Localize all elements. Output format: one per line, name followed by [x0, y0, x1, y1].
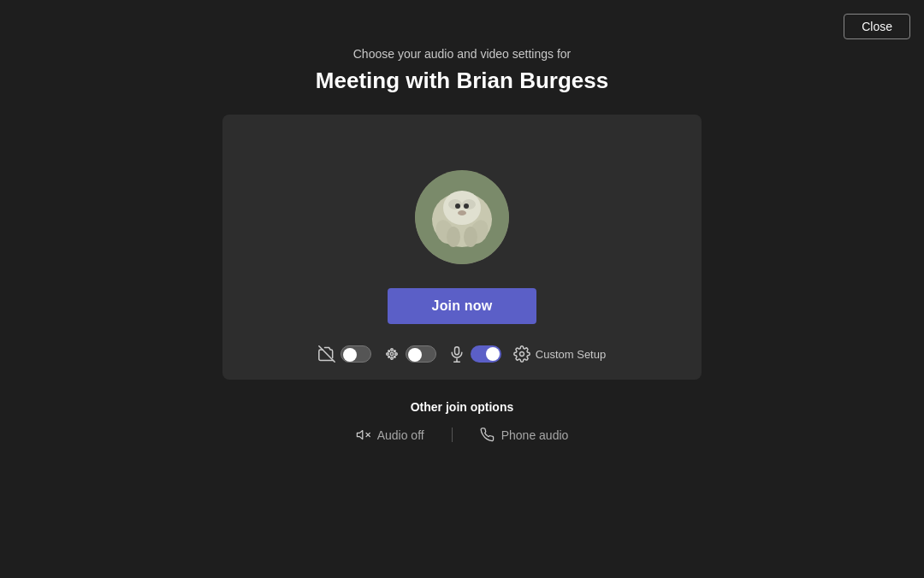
- dog-avatar-svg: [415, 170, 509, 264]
- svg-point-13: [390, 352, 393, 355]
- phone-icon: [480, 428, 495, 442]
- phone-audio-label: Phone audio: [501, 428, 569, 442]
- custom-setup-label: Custom Setup: [536, 348, 606, 361]
- svg-point-21: [394, 357, 395, 358]
- svg-point-18: [388, 351, 390, 352]
- phone-audio-button[interactable]: Phone audio: [453, 428, 596, 442]
- svg-point-14: [387, 353, 389, 356]
- audio-off-icon: [356, 428, 370, 442]
- video-control: [318, 345, 371, 363]
- svg-point-25: [519, 352, 524, 357]
- microphone-icon: [448, 345, 465, 363]
- video-toggle[interactable]: [341, 345, 371, 363]
- svg-point-7: [458, 210, 466, 215]
- other-join-section: Other join options Audio off Phone audio: [329, 400, 596, 442]
- custom-setup-button[interactable]: Custom Setup: [513, 345, 606, 363]
- svg-point-4: [462, 199, 476, 209]
- svg-point-5: [455, 203, 460, 209]
- avatar-image: [415, 170, 509, 264]
- blur-toggle[interactable]: [406, 345, 436, 363]
- svg-point-19: [394, 351, 395, 352]
- mic-toggle[interactable]: [471, 345, 501, 363]
- controls-bar: Custom Setup: [222, 345, 702, 363]
- camera-off-icon: [318, 345, 335, 363]
- svg-point-20: [388, 357, 390, 358]
- svg-point-3: [448, 199, 462, 209]
- svg-rect-22: [454, 347, 459, 355]
- join-options-row: Audio off Phone audio: [329, 428, 596, 442]
- gear-icon: [513, 345, 530, 363]
- meeting-title: Meeting with Brian Burgess: [316, 68, 608, 94]
- mic-control: [448, 345, 501, 363]
- audio-off-button[interactable]: Audio off: [329, 428, 453, 442]
- close-button[interactable]: Close: [844, 14, 910, 39]
- header-area: Choose your audio and video settings for…: [316, 47, 608, 94]
- svg-point-17: [391, 357, 394, 360]
- svg-point-10: [447, 227, 460, 247]
- svg-point-15: [395, 353, 398, 356]
- avatar: [415, 170, 509, 264]
- svg-point-11: [464, 227, 477, 247]
- svg-point-16: [391, 349, 394, 351]
- other-join-title: Other join options: [329, 400, 596, 414]
- svg-point-6: [464, 203, 469, 209]
- svg-point-2: [443, 191, 481, 225]
- join-now-button[interactable]: Join now: [388, 288, 537, 324]
- header-subtitle: Choose your audio and video settings for: [316, 47, 608, 61]
- svg-marker-26: [357, 431, 362, 439]
- video-preview: Join now: [222, 115, 702, 380]
- blur-control: [383, 345, 436, 363]
- audio-off-label: Audio off: [377, 428, 424, 442]
- blur-icon: [383, 345, 400, 363]
